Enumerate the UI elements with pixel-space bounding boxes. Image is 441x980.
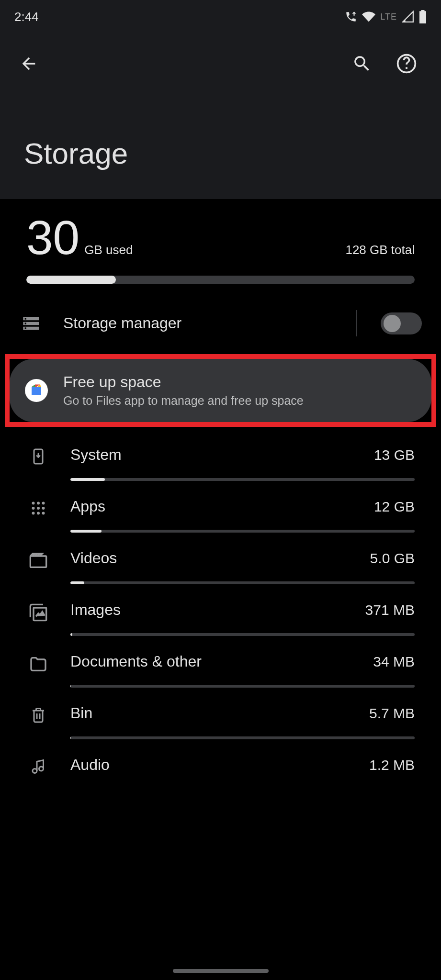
category-bin[interactable]: Bin 5.7 MB [0,688,441,739]
category-videos[interactable]: Videos 5.0 GB [0,533,441,584]
storage-manager-label: Storage manager [63,314,336,332]
signal-icon [402,11,414,23]
svg-point-7 [42,507,45,510]
svg-point-2 [32,502,35,505]
divider [356,310,357,336]
free-up-space-card[interactable]: Free up space Go to Files app to manage … [10,359,431,422]
storage-manager-toggle[interactable] [381,312,422,334]
svg-point-3 [37,502,40,505]
search-button[interactable] [352,54,372,76]
storage-progress [26,276,415,284]
svg-point-4 [42,502,45,505]
category-label: Apps [70,498,105,515]
category-system[interactable]: System 13 GB [0,429,441,481]
category-size: 12 GB [374,499,415,515]
category-documents[interactable]: Documents & other 34 MB [0,636,441,688]
svg-point-10 [42,512,45,515]
category-size: 1.2 MB [369,757,415,773]
category-label: Videos [70,549,117,567]
audio-icon [30,758,47,775]
free-up-subtitle: Go to Files app to manage and free up sp… [63,394,419,408]
svg-rect-11 [30,556,46,567]
category-size: 371 MB [365,602,415,618]
svg-point-5 [32,507,35,510]
category-apps[interactable]: Apps 12 GB [0,481,441,533]
used-number: 30 [26,213,79,261]
category-size: 5.0 GB [370,550,415,567]
status-bar: 2:44 LTE [0,0,441,33]
category-label: Audio [70,756,110,774]
back-button[interactable] [19,54,38,75]
battery-charging-icon [419,10,427,23]
storage-icon [22,314,41,333]
svg-point-13 [33,769,37,773]
toggle-knob [384,315,401,332]
usage-summary: 30 GB used 128 GB total [0,199,441,289]
category-size: 34 MB [373,654,415,670]
free-up-title: Free up space [63,373,419,391]
page-title: Storage [14,81,427,170]
category-audio[interactable]: Audio 1.2 MB [0,739,441,775]
lte-label: LTE [380,12,397,22]
system-icon [30,448,47,465]
arrow-back-icon [19,54,38,73]
total-label: 128 GB total [345,243,415,257]
help-icon [396,53,417,74]
status-icons: LTE [345,10,427,23]
storage-manager-row[interactable]: Storage manager [0,289,441,352]
used-label: GB used [84,243,133,257]
files-app-icon [25,379,48,402]
svg-point-9 [37,512,40,515]
svg-point-14 [39,767,44,771]
content: 30 GB used 128 GB total Storage manager … [0,199,441,775]
nav-handle[interactable] [173,969,269,973]
category-label: Images [70,601,121,619]
svg-point-6 [37,507,40,510]
apps-icon [30,500,47,517]
search-icon [352,54,372,74]
header: Storage [0,33,441,199]
category-label: Bin [70,704,92,722]
category-images[interactable]: Images 371 MB [0,584,441,636]
category-size: 13 GB [374,447,415,463]
svg-point-8 [32,512,35,515]
trash-icon [30,706,47,724]
videos-icon [29,551,48,570]
help-button[interactable] [396,53,417,76]
category-label: Documents & other [70,653,202,670]
wifi-calling-icon [345,11,357,23]
storage-progress-fill [26,276,116,284]
category-size: 5.7 MB [369,705,415,722]
status-time: 2:44 [14,10,39,24]
folder-icon [29,655,48,674]
images-icon [29,603,48,622]
wifi-icon [362,10,375,23]
category-label: System [70,446,122,464]
